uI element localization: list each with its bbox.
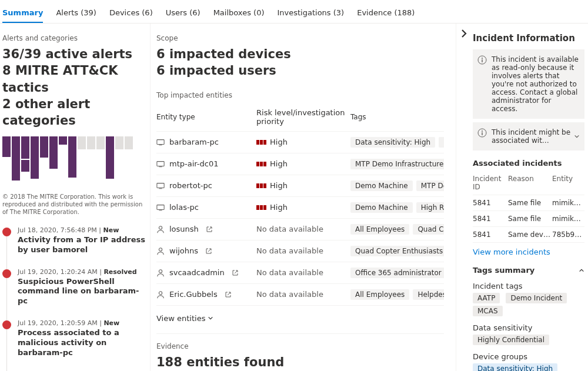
severity-dot-icon: [2, 320, 11, 329]
entity-row[interactable]: mtp-air-dc01 High MTP Demo Infrastructur…: [156, 153, 444, 175]
associated-banner[interactable]: This incident might be associated wit…: [473, 122, 584, 151]
impacted-users: 6 impacted users: [156, 62, 444, 79]
tag-chip: MCAS: [473, 306, 503, 316]
entity-row[interactable]: robertot-pc High Demo MachineMTP Demo - …: [156, 175, 444, 197]
assoc-entity: 785b914d…: [552, 230, 584, 239]
open-icon: [225, 291, 232, 298]
svg-rect-7: [159, 210, 162, 210]
col-entity: Entity: [552, 175, 584, 191]
associated-incidents-header: Incident ID Reason Entity: [473, 171, 584, 195]
entity-tag: Demo Machine: [350, 202, 413, 213]
entity-row[interactable]: wijohns No data available Quad Copter En…: [156, 240, 444, 262]
tag-section-device-groups: Device groups Data sensitivity: HighDemo…: [473, 352, 584, 371]
assoc-reason: Same file: [508, 215, 552, 223]
svg-rect-1: [159, 145, 162, 145]
risk-label: High: [270, 138, 288, 146]
tag-chip: Demo Incident: [506, 293, 567, 303]
col-tags: Tags: [350, 113, 444, 121]
assoc-entity: mimikatz…: [552, 199, 584, 207]
severity-dot-icon: [2, 228, 11, 236]
tag-chip: Data sensitivity: High: [473, 363, 557, 371]
col-entity-type: Entity type: [156, 113, 256, 121]
chart-bar: [115, 136, 123, 149]
associated-incident-row[interactable]: 5841 Same dev… 785b914d…: [473, 227, 584, 243]
svg-point-13: [482, 58, 483, 59]
tag-section-incident-tags: Incident tags AATPDemo IncidentMCAS: [473, 282, 584, 316]
device-icon: [156, 138, 165, 146]
entity-tag: Quad Copter Enthus…: [413, 224, 444, 235]
mitre-footnote: © 2018 The MITRE Corporation. This work …: [2, 193, 145, 216]
user-icon: [156, 290, 165, 299]
chart-bar: [87, 136, 95, 149]
entity-name: Eric.Gubbels: [169, 290, 218, 299]
chart-bar: [78, 136, 86, 149]
evidence-hero: 188 entities found: [156, 354, 444, 370]
risk-label: No data available: [256, 290, 323, 299]
entity-name: svcaadcadmin: [169, 268, 225, 277]
tab-alerts-[interactable]: Alerts (39): [56, 5, 96, 23]
info-title: Incident Information: [473, 33, 584, 44]
svg-point-9: [159, 248, 162, 250]
risk-bars-icon: [256, 162, 266, 166]
associated-incidents-label: Associated incidents: [473, 159, 584, 168]
scope-label: Scope: [156, 34, 444, 42]
alerts-hero-2: 8 MITRE ATT&CK tactics: [2, 62, 145, 96]
timeline-meta: Jul 19, 2020, 1:20:24 AM | Resolved: [18, 268, 145, 276]
entity-tag: MTP Demo Infrastructure: [350, 159, 444, 169]
alerts-timeline: Jul 18, 2020, 7:56:48 PM | New Activity …: [2, 226, 145, 371]
entity-row[interactable]: svcaadcadmin No data available Office 36…: [156, 262, 444, 284]
evidence-label: Evidence: [156, 342, 444, 350]
chart-bar: [12, 136, 20, 181]
entity-tag: Quad Copter Enthusiasts: [350, 246, 444, 256]
timeline-item[interactable]: Jul 19, 2020, 1:20:59 AM | New Process a…: [2, 319, 145, 371]
tab-devices-[interactable]: Devices (6): [109, 5, 153, 23]
assoc-reason: Same dev…: [508, 230, 552, 239]
risk-label: No data available: [256, 268, 323, 277]
assoc-entity: mimikatz…: [552, 215, 584, 223]
tag-row: AATPDemo IncidentMCAS: [473, 293, 584, 316]
collapse-panel-icon[interactable]: [459, 28, 469, 39]
risk-label: No data available: [256, 246, 323, 255]
entity-tag: Helpdesk: [413, 289, 444, 300]
timeline-status: New: [103, 319, 119, 327]
svg-rect-2: [157, 161, 164, 166]
view-more-incidents-link[interactable]: View more incidents: [473, 248, 550, 256]
tag-chip: AATP: [473, 293, 500, 303]
impacted-devices: 6 impacted devices: [156, 46, 444, 62]
timeline-item[interactable]: Jul 18, 2020, 7:56:48 PM | New Activity …: [2, 226, 145, 268]
tab-investigations-[interactable]: Investigations (3): [277, 5, 344, 23]
entity-row[interactable]: Eric.Gubbels No data available All Emplo…: [156, 284, 444, 306]
associated-incident-row[interactable]: 5841 Same file mimikatz…: [473, 211, 584, 227]
entities-table-header: Entity type Risk level/investigation pri…: [156, 103, 444, 132]
alerts-hero-1: 36/39 active alerts: [2, 46, 145, 62]
tags-summary-header[interactable]: Tags summary: [473, 266, 584, 275]
assoc-reason: Same file: [508, 199, 552, 207]
assoc-id: 5841: [473, 199, 508, 207]
chevron-up-icon: [579, 268, 584, 273]
timeline-item[interactable]: Jul 19, 2020, 1:20:24 AM | Resolved Susp…: [2, 268, 145, 320]
associated-incident-row[interactable]: 5841 Same file mimikatz…: [473, 195, 584, 211]
chevron-down-icon: [574, 133, 580, 139]
entity-tag: All Employees: [350, 224, 409, 235]
tab-evidence-[interactable]: Evidence (188): [357, 5, 415, 23]
col-risk: Risk level/investigation priority: [256, 108, 350, 126]
tag-section-label: Device groups: [473, 352, 584, 361]
tab-mailboxes-[interactable]: Mailboxes (0): [213, 5, 265, 23]
entity-name: mtp-air-dc01: [169, 159, 218, 168]
tab-users-[interactable]: Users (6): [166, 5, 201, 23]
view-entities-link[interactable]: View entities: [156, 314, 444, 323]
tab-summary[interactable]: Summary: [2, 5, 43, 23]
timeline-meta: Jul 18, 2020, 7:56:48 PM | New: [18, 226, 145, 234]
chart-bar: [125, 136, 133, 149]
entity-row[interactable]: barbaram-pc High Data sensitivity: HighD…: [156, 132, 444, 153]
entity-tag: Data sensitivity: High: [350, 137, 435, 148]
chart-bar: [68, 136, 76, 178]
alerts-column: Alerts and categories 36/39 active alert…: [0, 24, 150, 371]
entity-row[interactable]: lolas-pc High Demo MachineHigh Risk User: [156, 197, 444, 219]
associated-banner-text: This incident might be associated wit…: [492, 128, 574, 145]
tag-section-label: Incident tags: [473, 282, 584, 290]
alerts-section-label: Alerts and categories: [2, 34, 145, 42]
risk-label: High: [270, 181, 288, 190]
svg-point-16: [482, 131, 483, 132]
entity-row[interactable]: losunsh No data available All EmployeesQ…: [156, 219, 444, 240]
